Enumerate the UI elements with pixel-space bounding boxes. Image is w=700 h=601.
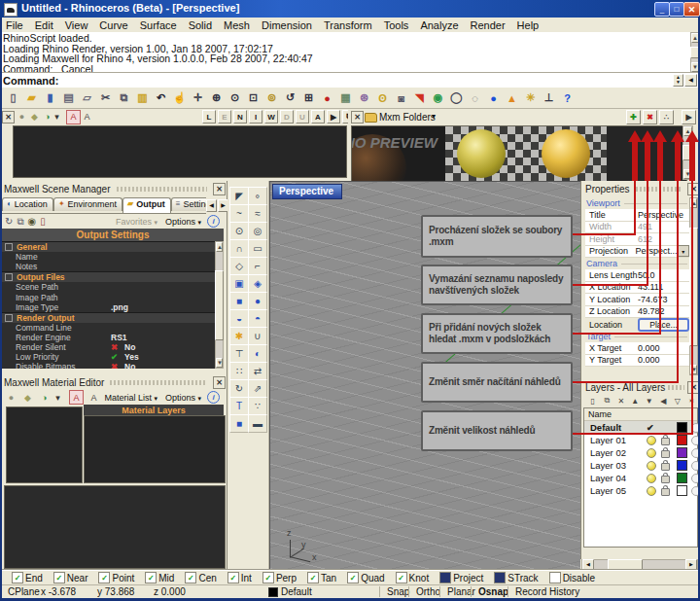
checkbox-icon[interactable]: ✓ [98,572,110,583]
scroll-up-icon[interactable]: ▲ [683,126,692,136]
section-checkbox[interactable] [5,243,13,251]
property-value[interactable]: -74.673 [638,295,689,304]
layer-lock-icon[interactable] [661,463,670,471]
settings-section-render-output[interactable]: Render Output [2,312,215,323]
osnap-int[interactable]: ✓Int [228,572,252,583]
osnap-mid[interactable]: ✓Mid [145,572,174,583]
menu-mesh[interactable]: Mesh [218,18,256,32]
new-file-icon[interactable]: ▯ [4,89,22,107]
property-value[interactable]: 491 [638,222,689,231]
move-up-button[interactable]: ▲ [629,394,643,407]
arc-icon[interactable]: ∩ [229,239,249,258]
load-direction-button[interactable]: ▶ [682,110,696,124]
zoom-dynamic-icon[interactable]: ⊙ [226,89,244,107]
checkbox-icon[interactable]: ✓ [228,572,239,583]
i-button[interactable]: I [249,110,262,124]
circle-tangent-icon[interactable]: ◎ [248,222,267,240]
property-value[interactable]: Perspect... [636,246,678,256]
options-dropdown[interactable]: Options ▾ [165,393,201,403]
property-title[interactable]: TitlePerspective [585,209,689,222]
tab-environment[interactable]: ✦Environment [53,197,122,211]
layer-color-swatch[interactable] [677,473,687,483]
layer-lock-icon[interactable] [661,450,670,458]
l-button[interactable]: L [202,110,216,124]
blue-sphere-icon[interactable]: ● [484,89,503,107]
checkbox-icon[interactable]: ✓ [12,572,23,583]
zoom-window-icon[interactable]: ⊡ [244,89,262,107]
scale-icon[interactable]: ⇗ [248,379,267,398]
e-button[interactable]: E [218,110,231,124]
menu-file[interactable]: File [0,18,29,32]
torus-icon[interactable]: ◒ [229,309,249,328]
status-ortho[interactable]: Ortho [408,586,440,597]
section-checkbox[interactable] [5,314,13,322]
checkbox-icon[interactable]: ✓ [396,572,407,583]
ellipsoid-icon[interactable]: ◓ [248,309,267,328]
dropdown-arrow-icon[interactable]: ▾ [53,111,60,124]
osnap-cen[interactable]: ✓Cen [185,572,216,583]
close-icon[interactable]: ✕ [213,183,226,195]
copy-layer-button[interactable]: ⧉ [601,394,614,407]
tab-settings[interactable]: ≡Settings [171,197,206,211]
menu-dimension[interactable]: Dimension [256,18,318,32]
tab-location[interactable]: ◐Location [2,197,53,211]
layer-on-bulb-icon[interactable] [647,461,656,471]
checkbox-icon[interactable] [494,572,506,583]
undo-view-icon[interactable]: ↺ [281,89,299,107]
property-x-target[interactable]: X Target0.000 [585,342,689,355]
render-region-icon[interactable]: ⊛ [355,89,373,107]
menu-solid[interactable]: Solid [183,18,218,32]
property-y-location[interactable]: Y Location-74.673 [585,294,689,306]
layer-row-layer-05[interactable]: Layer 05 [584,484,697,497]
settings-row-render-silent[interactable]: Render Silent✖No [2,342,215,352]
print-icon[interactable]: ▤ [59,89,78,107]
property-value[interactable]: Perspective [638,210,689,220]
close-icon[interactable]: ✕ [351,111,364,124]
osnap-point[interactable]: ✓Point [98,572,134,583]
prev-command-button[interactable]: ◀ [684,74,697,87]
texture-a-active-icon[interactable]: A [69,390,84,405]
property-lens-length[interactable]: Lens Length50.0 [585,269,689,282]
material-sphere-preview[interactable] [457,129,506,178]
layer-color-swatch[interactable] [677,460,687,471]
settings-row-command-line[interactable]: Command Line [2,323,215,333]
filter-button[interactable]: ▽ [671,394,684,407]
box-icon[interactable]: ■ [229,292,249,310]
minimize-button[interactable]: _ [654,2,670,17]
dropdown-arrow-icon[interactable]: ▾ [54,391,61,404]
settings-section-output-files[interactable]: Output Files [2,271,215,282]
layer-on-bulb-icon[interactable] [647,448,656,458]
viewport-layout-icon[interactable]: ⊞ [299,89,318,107]
undo-icon[interactable]: ↶ [152,89,170,107]
chevron-down-icon[interactable]: ▾ [432,112,436,121]
checkbox-icon[interactable]: ✓ [307,572,319,583]
points-icon[interactable]: ∵ [248,397,267,415]
pipe-icon[interactable]: ⊤ [229,344,249,363]
property-y-target[interactable]: Y Target0.000 [585,355,689,368]
layer-lock-icon[interactable] [661,476,670,483]
maximize-button[interactable]: □ [669,2,684,17]
layer-row-layer-04[interactable]: Layer 04 [584,472,697,484]
select-arrow-icon[interactable]: ◤ [229,187,249,205]
sphere-icon[interactable]: ● [248,292,267,310]
info-icon[interactable]: i [207,215,220,228]
maxwell-cone-icon[interactable]: ▲ [503,89,521,107]
property-value[interactable]: 0.000 [638,355,689,365]
property-value[interactable]: 0.000 [638,343,689,353]
layers-h-scrollbar[interactable]: ◀ ▶ [581,559,698,570]
rotate-icon[interactable]: ↻ [229,379,249,398]
panel-grip[interactable] [636,187,682,192]
options-dropdown[interactable]: Options ▾ [165,217,201,227]
zoom-selected-icon[interactable]: ⊚ [262,89,281,107]
boolean-icon[interactable]: ◐ [248,344,267,363]
close-icon[interactable]: ✕ [2,111,15,124]
layer-row-layer-02[interactable]: Layer 02 [584,446,697,459]
osnap-project[interactable]: Project [439,572,483,583]
property-value[interactable]: 43.111 [638,282,689,292]
menu-surface[interactable]: Surface [134,18,183,32]
status-record-history[interactable]: Record History [508,586,579,597]
u-button[interactable]: U [296,110,309,124]
text-icon[interactable]: T [229,397,249,415]
help-icon[interactable]: ? [558,89,577,107]
status-snap[interactable]: Snap [379,586,409,597]
